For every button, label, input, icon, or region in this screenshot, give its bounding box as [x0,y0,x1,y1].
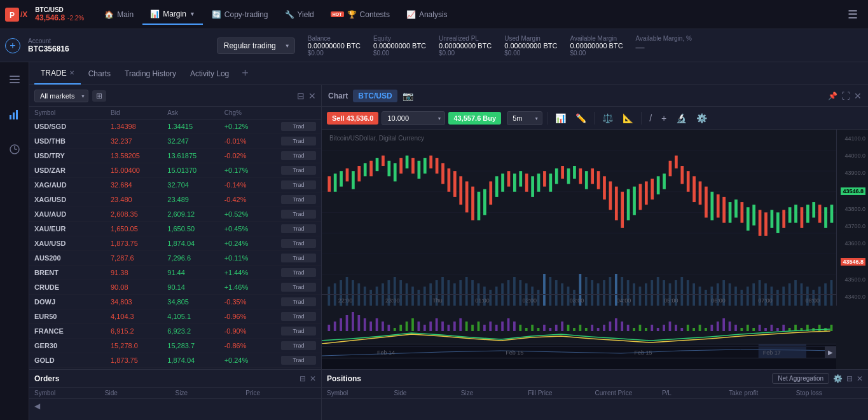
nav-item-margin[interactable]: 📊 Margin ▼ [142,4,203,25]
tab-trade[interactable]: TRADE ✕ [34,62,81,85]
table-row[interactable]: BRENT91.3891.44+1.44%Trad [29,266,321,280]
tab-add-btn[interactable]: + [237,64,254,83]
table-row[interactable]: XAG/AUD32.68432.704-0.14%Trad [29,178,321,193]
sidebar-icon-layers[interactable] [5,70,24,92]
table-row[interactable]: XAU/AUD2,608.352,609.12+0.52%Trad [29,207,321,222]
trade-button[interactable]: Trad [281,239,316,248]
table-row[interactable]: XAU/USD1,873.751,874.04+0.24%Trad [29,236,321,251]
svg-rect-199 [394,328,396,331]
camera-icon[interactable]: 📷 [403,91,413,101]
trade-button[interactable]: Trad [281,341,316,350]
logo[interactable]: P /X [5,8,27,22]
trade-button[interactable]: Trad [281,151,316,160]
trade-button[interactable]: Trad [281,254,316,262]
table-row[interactable]: XAG/USD23.48023.489-0.42%Trad [29,193,321,207]
sell-button[interactable]: Sell 43,536.0 [327,112,378,125]
trading-mode-wrap[interactable]: Regular trading Demo trading ▼ [217,37,295,54]
trading-mode-select[interactable]: Regular trading Demo trading [217,37,295,54]
nav-item-analysis[interactable]: 📈 Analysis [399,5,455,24]
nav-item-copy[interactable]: 🔄 Copy-trading [204,5,276,24]
table-row[interactable]: GER3015,278.015,283.7-0.86%Trad [29,339,321,353]
positions-settings-icon[interactable]: ⚙️ [833,374,843,383]
used-margin-value: 0.00000000 BTC [504,42,557,50]
positions-minimize-icon[interactable]: ⊟ [846,374,853,383]
table-row[interactable]: USD/THB32.23732.247-0.01%Trad [29,134,321,149]
add-account-btn[interactable]: + [5,38,20,53]
quantity-wrap[interactable]: 10.000 ▼ [382,111,445,125]
svg-rect-99 [645,181,648,205]
close-market-icon[interactable]: ✕ [308,91,316,101]
grid-view-btn[interactable]: ⊞ [92,90,106,102]
table-row[interactable]: GOLD1,873.751,874.04+0.24%Trad [29,353,321,368]
svg-rect-58 [399,158,403,173]
market-filter-select[interactable]: All markets [34,90,88,102]
table-row[interactable]: USD/ZAR15.0040015.01370+0.17%Trad [29,163,321,178]
table-row[interactable]: USD/SGD1.343981.34415+0.12%Trad [29,119,321,134]
timeframe-wrap[interactable]: 5m 1m 15m 1h 4h 1d ▼ [507,111,542,125]
tab-charts[interactable]: Charts [82,62,117,85]
chart-symbol-badge[interactable]: BTC/USD [353,90,397,102]
chart-close-icon[interactable]: ✕ [854,91,862,101]
row-bid: 7,287.6 [111,254,167,262]
tab-activity-log[interactable]: Activity Log [184,62,235,85]
orders-minimize-icon[interactable]: ⊟ [300,374,306,383]
table-row[interactable]: CRUDE90.0890.14+1.46%Trad [29,280,321,295]
table-row[interactable]: DOWJ34,80334,805-0.35%Trad [29,295,321,309]
trade-button[interactable]: Trad [281,166,316,175]
nav-arrow-btn[interactable]: ▶ [825,346,836,358]
indicator-tool[interactable]: 📐 [619,111,637,125]
settings-tool[interactable]: ⚙️ [693,111,710,125]
trade-button[interactable]: Trad [281,224,316,233]
table-row[interactable]: AUS2007,287.67,296.6+0.11%Trad [29,251,321,266]
layers-icon [9,74,20,85]
scroll-bar[interactable] [322,358,836,369]
trade-button[interactable]: Trad [281,268,316,277]
nav-item-contests[interactable]: HOT 🏆 Contests [323,5,397,24]
timeframe-select[interactable]: 5m 1m 15m 1h 4h 1d [507,111,542,125]
quantity-select[interactable]: 10.000 [382,111,445,125]
trade-button[interactable]: Trad [281,297,316,306]
row-bid: 32.684 [111,181,167,189]
trade-button[interactable]: Trad [281,327,316,335]
trade-button[interactable]: Trad [281,180,316,189]
line-tool[interactable]: / [646,111,655,125]
plus-tool[interactable]: + [658,111,670,125]
hamburger-btn[interactable]: ☰ [843,5,863,24]
orders-expand[interactable]: ◀ [29,399,321,413]
flask-tool[interactable]: 🔬 [673,111,690,125]
svg-rect-61 [418,161,421,179]
compare-tool[interactable]: ⚖️ [599,111,616,125]
trade-button[interactable]: Trad [281,195,316,204]
table-row[interactable]: EUR504,104.34,105.1-0.96%Trad [29,309,321,324]
trade-button[interactable]: Trad [281,356,316,365]
trade-button[interactable]: Trad [281,210,316,219]
svg-rect-198 [387,325,390,331]
buy-button[interactable]: 43,557.6 Buy [448,112,501,125]
sub-header: + Account BTC356816 Regular trading Demo… [0,29,868,62]
nav-item-yield[interactable]: 🔧 Yield [277,5,322,24]
sidebar-icon-chart[interactable] [5,105,24,127]
positions-close-icon[interactable]: ✕ [857,374,863,383]
svg-rect-82 [543,171,546,186]
table-row[interactable]: FRANCE6,915.26,923.2-0.90%Trad [29,324,321,339]
market-filter-wrap[interactable]: All markets ▼ [34,90,88,102]
chart-pin-icon[interactable]: 📌 [828,91,837,100]
trade-button[interactable]: Trad [281,122,316,131]
orders-close-icon[interactable]: ✕ [310,374,316,383]
candlestick-tool[interactable]: 📊 [552,111,569,125]
nav-item-main[interactable]: 🏠 Main [97,5,141,24]
net-aggregation-btn[interactable]: Net Aggregation [772,373,829,384]
chart-expand-icon[interactable]: ⛶ [841,91,850,101]
sidebar-icon-history[interactable] [5,140,24,162]
tab-trade-close[interactable]: ✕ [69,69,74,76]
trade-button[interactable]: Trad [281,312,316,321]
tab-trading-history[interactable]: Trading History [118,62,183,85]
table-row[interactable]: XAU/EUR1,650.051,650.50+0.45%Trad [29,222,321,236]
draw-tool[interactable]: ✏️ [572,111,589,125]
svg-rect-27 [722,197,726,223]
minimize-icon[interactable]: ⊟ [297,91,305,101]
avail-margin-label: Available Margin [570,35,623,42]
trade-button[interactable]: Trad [281,283,316,292]
table-row[interactable]: USD/TRY13.5820513.61875-0.02%Trad [29,149,321,163]
trade-button[interactable]: Trad [281,137,316,146]
